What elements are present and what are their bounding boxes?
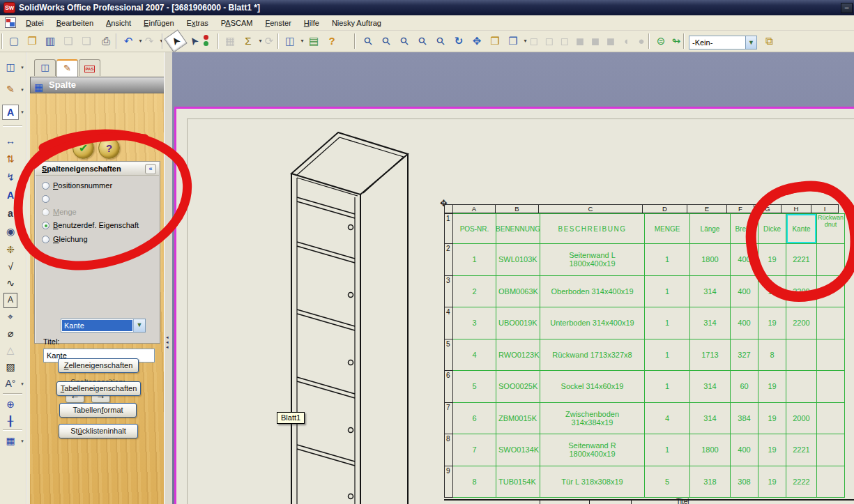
- center-mark-icon[interactable]: ⊕: [2, 397, 19, 413]
- button-tabellenformat[interactable]: Tabellenformat: [59, 403, 137, 418]
- bom-cell[interactable]: 318: [690, 466, 731, 498]
- bom-cell[interactable]: [817, 276, 845, 308]
- layer-properties-icon[interactable]: ⧉: [761, 33, 777, 49]
- radio-dot[interactable]: [42, 182, 49, 190]
- bom-cell[interactable]: 5: [645, 466, 690, 498]
- bom-cell[interactable]: 6: [453, 403, 496, 435]
- bom-cell[interactable]: 4: [645, 403, 690, 435]
- property-dropdown[interactable]: Kante ▼: [61, 319, 146, 333]
- help-button[interactable]: ?: [98, 137, 120, 159]
- bom-cell[interactable]: 8: [758, 339, 786, 372]
- menu-item-hilfe[interactable]: Hilfe: [298, 15, 326, 31]
- bom-cell[interactable]: 2200: [786, 307, 817, 339]
- bom-cell[interactable]: [817, 434, 845, 466]
- bom-cell[interactable]: 1: [645, 244, 690, 276]
- table-flyout-icon[interactable]: ▦: [2, 434, 19, 449]
- view-layout-icon[interactable]: ◫: [282, 33, 298, 49]
- bom-cell[interactable]: [786, 371, 817, 403]
- bom-cell[interactable]: [817, 403, 845, 435]
- autoballoon-icon[interactable]: ❉: [2, 243, 19, 258]
- autodimension-icon[interactable]: ↯: [2, 170, 19, 185]
- shaded-with-edges-icon[interactable]: ◼: [572, 33, 588, 49]
- refresh-view-icon[interactable]: ↻: [450, 33, 467, 49]
- bom-cell[interactable]: Unterboden 314x400x19: [540, 307, 645, 339]
- bom-cell[interactable]: Rückwand 1713x327x8: [540, 339, 645, 372]
- balloon-icon[interactable]: ◉: [2, 224, 19, 240]
- hole-callout-icon[interactable]: ⌀: [2, 326, 19, 342]
- radio-covered[interactable]: [42, 194, 53, 204]
- column-letter[interactable]: C: [538, 204, 643, 213]
- column-letter[interactable]: G: [754, 204, 781, 213]
- table-flyout-icon-caret[interactable]: ▾: [19, 434, 26, 449]
- datum-feature-icon[interactable]: A: [3, 293, 17, 308]
- bom-cell[interactable]: OBM0063K: [496, 276, 540, 308]
- column-letter[interactable]: I: [811, 204, 839, 213]
- undo-icon[interactable]: ↶: [120, 33, 137, 49]
- panel-splitter[interactable]: ◂◂◂: [164, 52, 172, 504]
- tab-pascam[interactable]: PAS: [79, 59, 100, 76]
- bom-cell[interactable]: [817, 244, 845, 276]
- section-view-icon[interactable]: ◖: [618, 33, 634, 49]
- bom-cell[interactable]: [817, 371, 845, 403]
- bom-cell[interactable]: Seitenwand R 1800x400x19: [540, 434, 645, 466]
- angle-dimension-icon[interactable]: A°: [2, 376, 19, 392]
- hidden-lines-removed-icon[interactable]: ◻: [556, 33, 573, 49]
- bom-cell[interactable]: 400: [731, 244, 758, 276]
- column-letter[interactable]: H: [781, 204, 811, 213]
- button-st-cklisteninhalt[interactable]: Stücklisteninhalt: [59, 424, 138, 438]
- bom-cell[interactable]: 19: [758, 371, 786, 403]
- radio-menge[interactable]: Menge: [42, 208, 77, 217]
- bom-cell[interactable]: 19: [758, 466, 786, 498]
- radio-positionsnummer[interactable]: Positionsnummer: [42, 181, 112, 191]
- bom-header-cell[interactable]: Breite: [731, 213, 758, 244]
- bom-cell[interactable]: 2221: [786, 434, 817, 466]
- options-list-icon[interactable]: ▤: [305, 33, 322, 49]
- weld-symbol-icon[interactable]: ∿: [2, 276, 19, 291]
- balloon-small-icon[interactable]: a: [2, 206, 19, 222]
- rotate-view-icon[interactable]: ❒: [487, 33, 503, 49]
- ok-button[interactable]: ✔: [73, 137, 94, 159]
- bom-cell[interactable]: 7: [453, 434, 496, 466]
- bom-header-cell[interactable]: Kante: [786, 213, 817, 244]
- bom-cell[interactable]: RWO0123K: [496, 339, 540, 372]
- bom-cell[interactable]: 1: [453, 244, 496, 276]
- print-preview-icon[interactable]: ❏: [78, 33, 95, 49]
- bom-cell[interactable]: SOO0025K: [496, 371, 540, 403]
- column-letter[interactable]: E: [687, 204, 727, 213]
- menu-item-datei[interactable]: Datei: [20, 15, 50, 31]
- menu-item-ansicht[interactable]: Ansicht: [100, 15, 137, 31]
- menu-item-pascam[interactable]: PASCAM: [215, 15, 259, 31]
- datum-target-icon[interactable]: ⌖: [2, 310, 19, 325]
- menu-item-fenster[interactable]: Fenster: [259, 15, 297, 31]
- menu-item-extras[interactable]: Extras: [181, 15, 215, 31]
- layer-combo-dropdown-icon[interactable]: ▼: [745, 36, 757, 49]
- bom-table[interactable]: ABCDEFGHI1POS-NR.BENENNUNGBESCHREIBUNGME…: [444, 204, 845, 498]
- open-icon[interactable]: ❐: [24, 33, 40, 49]
- bom-cell[interactable]: 1: [645, 307, 690, 339]
- menu-item-bearbeiten[interactable]: Bearbeiten: [50, 15, 100, 31]
- format-painter-icon[interactable]: ↬: [668, 33, 685, 49]
- button-tabelleneigenschaften[interactable]: Tabelleneigenschaften: [56, 381, 141, 396]
- centerline-icon[interactable]: ╂: [2, 414, 19, 429]
- bom-header-cell[interactable]: Rückwandnut: [817, 213, 845, 244]
- button-zelleneigenschaften[interactable]: Zelleneigenschaften: [58, 358, 139, 373]
- bom-cell[interactable]: 2222: [786, 466, 817, 498]
- bom-cell[interactable]: 1713: [690, 339, 731, 372]
- new-document-icon[interactable]: ▢: [6, 33, 22, 49]
- bom-header-cell[interactable]: Dicke: [758, 213, 786, 244]
- bom-cell[interactable]: ZBM0015K: [496, 403, 540, 435]
- bom-cell[interactable]: 19: [758, 434, 786, 466]
- wireframe-icon[interactable]: ◻: [526, 33, 542, 49]
- bom-cell[interactable]: 4: [453, 339, 496, 372]
- bom-cell[interactable]: 3: [453, 307, 496, 339]
- bom-header-cell[interactable]: MENGE: [645, 213, 690, 244]
- annotation-flyout-icon-caret[interactable]: ▾: [19, 105, 26, 120]
- area-hatch-icon[interactable]: ▨: [2, 360, 19, 375]
- angle-dimension-icon-caret[interactable]: ▾: [19, 376, 26, 392]
- bom-cell[interactable]: 1: [645, 434, 690, 466]
- shaded-icon[interactable]: ◼: [587, 33, 604, 49]
- bom-cell[interactable]: SWO0134K: [496, 434, 540, 466]
- traffic-light-icon[interactable]: [202, 34, 209, 48]
- view-layout-flyout-icon-caret[interactable]: ▾: [19, 60, 26, 75]
- collapse-chevron-icon[interactable]: «: [145, 164, 156, 174]
